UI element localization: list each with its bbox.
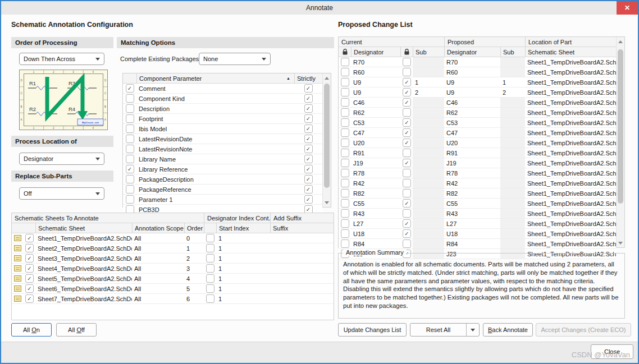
- titlebar[interactable]: Annotate ✕: [1, 1, 638, 15]
- change-row[interactable]: U9 2 U9 2 Sheet1_TempDriveBoardA2.Sch: [339, 87, 616, 98]
- lock-checkbox[interactable]: [341, 169, 349, 177]
- index-continue-checkbox[interactable]: [206, 244, 214, 252]
- replace-subparts-select[interactable]: Off: [19, 187, 104, 200]
- sub-lock-checkbox[interactable]: [403, 209, 411, 218]
- matching-row[interactable]: Ibis Model: [123, 124, 322, 134]
- scroll-up-icon[interactable]: [617, 38, 624, 45]
- lock-checkbox[interactable]: [341, 229, 349, 238]
- sub-lock-checkbox[interactable]: [403, 219, 411, 228]
- change-row[interactable]: R82 R82 Sheet1_TempDriveBoardA2.Sch: [339, 188, 616, 199]
- all-off-button[interactable]: All Off: [56, 323, 97, 337]
- sheet-enabled-checkbox[interactable]: [25, 254, 34, 262]
- sub-lock-checkbox[interactable]: [403, 98, 411, 107]
- sub-lock-checkbox[interactable]: [403, 128, 411, 137]
- sheet-row[interactable]: Sheet2_TempDriveBoardA2.SchDoc All 1 1: [12, 243, 334, 254]
- update-changes-list-button[interactable]: Update Changes List: [338, 323, 407, 337]
- matching-row[interactable]: LatestRevisionDate: [123, 134, 322, 144]
- sub-lock-checkbox[interactable]: [403, 58, 411, 66]
- param-checkbox[interactable]: [126, 155, 134, 163]
- close-button[interactable]: Close: [591, 344, 633, 359]
- sheet-enabled-checkbox[interactable]: [25, 294, 34, 303]
- window-close-button[interactable]: ✕: [617, 1, 638, 15]
- sub-lock-checkbox[interactable]: [403, 199, 411, 208]
- matching-row[interactable]: Library Name: [123, 154, 322, 164]
- change-row[interactable]: R84 R84 Sheet1_TempDriveBoardA2.Sch: [339, 239, 616, 249]
- lock-checkbox[interactable]: [341, 78, 349, 86]
- change-row[interactable]: R62 R62 Sheet1_TempDriveBoardA2.Sch: [339, 108, 616, 118]
- all-on-button[interactable]: All On: [11, 323, 52, 337]
- param-checkbox[interactable]: [126, 165, 134, 173]
- suffix-column-header[interactable]: Suffix: [270, 223, 334, 233]
- change-row[interactable]: J19 J19 Sheet1_TempDriveBoardA2.Sch: [339, 158, 616, 168]
- lock-checkbox[interactable]: [341, 88, 349, 96]
- matching-row[interactable]: Library Reference: [123, 164, 322, 174]
- lock-checkbox[interactable]: [341, 159, 349, 167]
- scroll-down-icon[interactable]: [323, 199, 331, 206]
- lock-checkbox[interactable]: [341, 108, 349, 117]
- lock-checkbox[interactable]: [341, 179, 349, 187]
- sub-lock-checkbox[interactable]: [403, 239, 411, 248]
- strictly-column-header[interactable]: Strictly: [294, 73, 322, 83]
- change-row[interactable]: R42 R42 Sheet1_TempDriveBoardA2.Sch: [339, 178, 616, 188]
- sub-lock-checkbox[interactable]: [403, 229, 411, 238]
- strictly-checkbox[interactable]: [304, 195, 313, 204]
- strictly-checkbox[interactable]: [304, 135, 313, 143]
- change-row[interactable]: C55 C55 Sheet1_TempDriveBoardA2.Sch: [339, 199, 616, 209]
- param-checkbox[interactable]: [126, 195, 134, 204]
- sub-lock-checkbox[interactable]: [403, 159, 411, 167]
- matching-row[interactable]: PackageReference: [123, 185, 322, 195]
- param-checkbox[interactable]: [126, 175, 134, 183]
- reset-all-button[interactable]: Reset All: [410, 323, 480, 337]
- back-annotate-button[interactable]: Back Annotate: [483, 323, 533, 337]
- lock-checkbox[interactable]: [341, 189, 349, 197]
- change-row[interactable]: U18 U18 Sheet1_TempDriveBoardA2.Sch: [339, 229, 616, 239]
- order-of-processing-select[interactable]: Down Then Across: [19, 53, 104, 65]
- sheet-row[interactable]: Sheet5_TempDriveBoardA2.SchDoc All 4 1: [12, 274, 334, 284]
- sub-lock-checkbox[interactable]: [403, 149, 411, 157]
- lock-checkbox[interactable]: [341, 68, 349, 76]
- lock-checkbox[interactable]: [341, 149, 349, 157]
- param-checkbox[interactable]: [126, 135, 134, 143]
- sub-lock-checkbox[interactable]: [403, 78, 411, 86]
- param-checkbox[interactable]: [126, 125, 134, 133]
- lock-checkbox[interactable]: [341, 128, 349, 137]
- scroll-up-icon[interactable]: [323, 74, 331, 82]
- change-row[interactable]: R43 R43 Sheet1_TempDriveBoardA2.Sch: [339, 209, 616, 219]
- schematic-sheet-column-header[interactable]: Schematic Sheet: [35, 223, 132, 233]
- matching-row[interactable]: PackageDescription: [123, 174, 322, 185]
- current-designator-column-header[interactable]: Designator: [351, 47, 400, 57]
- matching-row[interactable]: LatestRevisionNote: [123, 144, 322, 154]
- change-row[interactable]: U20 U20 Sheet1_TempDriveBoardA2.Sch: [339, 138, 616, 148]
- sheet-enabled-checkbox[interactable]: [25, 284, 34, 293]
- proposed-sub-column-header[interactable]: Sub: [500, 47, 525, 57]
- sub-lock-checkbox[interactable]: [403, 118, 411, 127]
- start-index-column-header[interactable]: Start Index: [216, 223, 270, 233]
- lock-checkbox[interactable]: [341, 98, 349, 107]
- strictly-checkbox[interactable]: [304, 145, 313, 153]
- annotation-scope-column-header[interactable]: Annotation Scope: [132, 223, 184, 233]
- param-checkbox[interactable]: [126, 114, 134, 123]
- sheet-row[interactable]: Sheet7_TempDriveBoardA2.SchDoc All 6 1: [12, 294, 334, 304]
- index-continue-checkbox[interactable]: [206, 254, 214, 262]
- strictly-checkbox[interactable]: [304, 155, 313, 163]
- sub-lock-checkbox[interactable]: [403, 88, 411, 96]
- lock-checkbox[interactable]: [341, 219, 349, 228]
- strictly-checkbox[interactable]: [304, 175, 313, 183]
- sheet-enabled-checkbox[interactable]: [25, 234, 34, 242]
- lock-checkbox[interactable]: [341, 209, 349, 218]
- process-location-select[interactable]: Designator: [19, 153, 104, 165]
- strictly-checkbox[interactable]: [304, 94, 313, 103]
- matching-row[interactable]: Component Kind: [123, 94, 322, 104]
- strictly-checkbox[interactable]: [304, 165, 313, 173]
- scrollbar-thumb[interactable]: [618, 49, 623, 204]
- proposed-designator-column-header[interactable]: Designator: [444, 47, 500, 57]
- sub-lock-checkbox[interactable]: [403, 189, 411, 197]
- index-continue-checkbox[interactable]: [206, 264, 214, 273]
- component-parameter-column-header[interactable]: Component Parameter ▲: [136, 73, 294, 83]
- matching-row[interactable]: Parameter 1: [123, 195, 322, 205]
- scrollbar-thumb[interactable]: [324, 84, 330, 188]
- chevron-down-icon[interactable]: [467, 324, 479, 336]
- strictly-checkbox[interactable]: [304, 114, 313, 123]
- strictly-checkbox[interactable]: [304, 185, 313, 193]
- sub-lock-checkbox[interactable]: [403, 68, 411, 76]
